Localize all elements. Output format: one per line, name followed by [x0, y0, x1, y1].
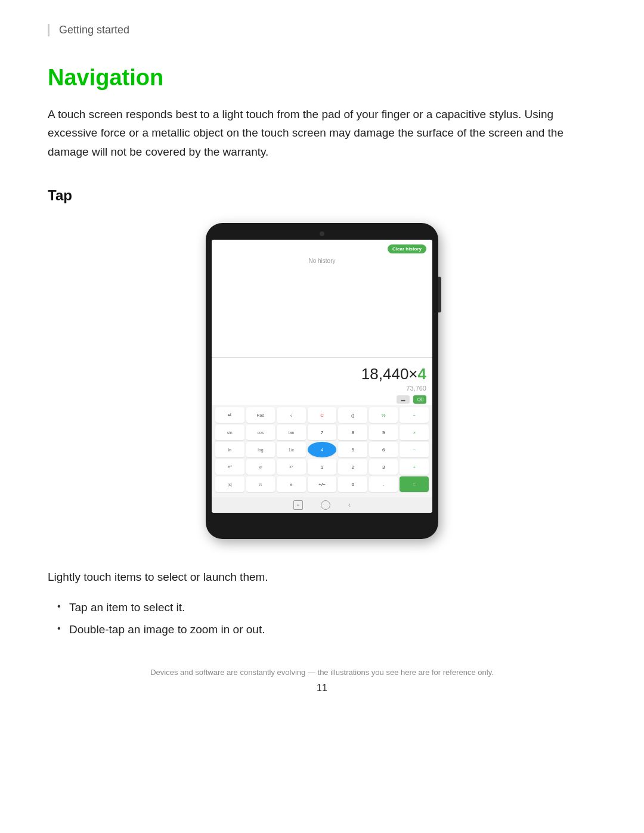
calc-key-3[interactable]: 3: [369, 459, 398, 475]
intro-paragraph: A touch screen responds best to a light …: [48, 105, 584, 161]
calc-keyboard: ⇄ Rad √ C () % ÷ sin cos tan 7 8 9 ×: [212, 405, 432, 497]
calc-key-plus[interactable]: +: [400, 459, 429, 475]
calc-key-cos[interactable]: cos: [246, 425, 275, 440]
calc-key-convert[interactable]: ⇄: [215, 407, 244, 423]
page-number: 11: [48, 683, 596, 693]
calc-key-abs[interactable]: |x|: [215, 476, 244, 492]
calc-key-clear[interactable]: C: [308, 407, 337, 423]
nav-home-button[interactable]: [321, 500, 330, 510]
tap-subsection-title: Tap: [48, 187, 596, 204]
calc-key-negate[interactable]: +/−: [308, 476, 337, 492]
nav-back-button[interactable]: ‹: [348, 501, 351, 509]
bullet-item-2: Double-tap an image to zoom in or out.: [57, 620, 596, 639]
calc-divider: [212, 357, 432, 358]
calc-key-tan[interactable]: tan: [277, 425, 306, 440]
tablet-screen: Clear history No history 18,440×4 73,760…: [212, 240, 432, 513]
page-footer: Devices and software are constantly evol…: [48, 668, 596, 693]
calc-key-inverse[interactable]: 1/x: [277, 442, 306, 457]
calc-key-sin[interactable]: sin: [215, 425, 244, 440]
calc-key-0[interactable]: 0: [338, 476, 367, 492]
clear-history-button[interactable]: Clear history: [388, 244, 426, 253]
tablet-nav-bar: ≡ ‹: [212, 497, 432, 513]
calc-result: 73,760: [212, 385, 432, 394]
calc-action-row: ▬ ⌫: [212, 394, 432, 405]
calc-key-ln[interactable]: ln: [215, 442, 244, 457]
calc-expression: 18,440×4: [212, 360, 432, 385]
calc-key-parens[interactable]: (): [338, 407, 367, 423]
calc-key-rad[interactable]: Rad: [246, 407, 275, 423]
calc-key-power[interactable]: xʸ: [277, 459, 306, 475]
section-title: Navigation: [48, 65, 596, 91]
tap-bullets: Tap an item to select it. Double-tap an …: [57, 598, 596, 639]
calc-cursor: 4: [418, 365, 426, 383]
calc-key-percent[interactable]: %: [369, 407, 398, 423]
calc-row-2: sin cos tan 7 8 9 ×: [215, 425, 429, 440]
no-history-text: No history: [220, 258, 424, 264]
calc-row-5: |x| π e +/− 0 . =: [215, 476, 429, 492]
calc-key-equals[interactable]: =: [400, 476, 429, 492]
calc-key-minus[interactable]: −: [400, 442, 429, 457]
calc-key-6[interactable]: 6: [369, 442, 398, 457]
calc-key-2[interactable]: 2: [338, 459, 367, 475]
calc-key-5[interactable]: 5: [338, 442, 367, 457]
breadcrumb: Getting started: [48, 24, 596, 36]
calc-backspace-button[interactable]: ⌫: [413, 395, 426, 404]
calc-key-divide[interactable]: ÷: [400, 407, 429, 423]
calc-memory-button[interactable]: ▬: [397, 395, 410, 404]
tablet-side-button: [438, 277, 441, 312]
calc-key-multiply[interactable]: ×: [400, 425, 429, 440]
tablet-camera: [320, 231, 324, 236]
calc-row-4: eˣ x² xʸ 1 2 3 +: [215, 459, 429, 475]
lightly-touch-text: Lightly touch items to select or launch …: [48, 568, 596, 586]
calc-key-8[interactable]: 8: [338, 425, 367, 440]
calc-key-exp[interactable]: eˣ: [215, 459, 244, 475]
calc-row-1: ⇄ Rad √ C () % ÷: [215, 407, 429, 423]
calc-key-decimal[interactable]: .: [369, 476, 398, 492]
bullet-item-1: Tap an item to select it.: [57, 598, 596, 617]
calc-row-3: ln log 1/x 4 5 6 −: [215, 442, 429, 457]
breadcrumb-text: Getting started: [59, 24, 129, 36]
calc-key-pi[interactable]: π: [246, 476, 275, 492]
calc-key-log[interactable]: log: [246, 442, 275, 457]
tablet-device: Clear history No history 18,440×4 73,760…: [206, 223, 438, 539]
calc-key-7[interactable]: 7: [308, 425, 337, 440]
calc-key-sqrt[interactable]: √: [277, 407, 306, 423]
calc-key-euler[interactable]: e: [277, 476, 306, 492]
footer-note: Devices and software are constantly evol…: [48, 668, 596, 677]
calc-key-4[interactable]: 4: [308, 442, 337, 457]
calc-history-area: Clear history No history: [212, 240, 432, 355]
calc-key-9[interactable]: 9: [369, 425, 398, 440]
tablet-illustration: Clear history No history 18,440×4 73,760…: [48, 223, 596, 539]
calc-key-square[interactable]: x²: [246, 459, 275, 475]
nav-recents-button[interactable]: ≡: [293, 500, 303, 510]
calc-key-1[interactable]: 1: [308, 459, 337, 475]
